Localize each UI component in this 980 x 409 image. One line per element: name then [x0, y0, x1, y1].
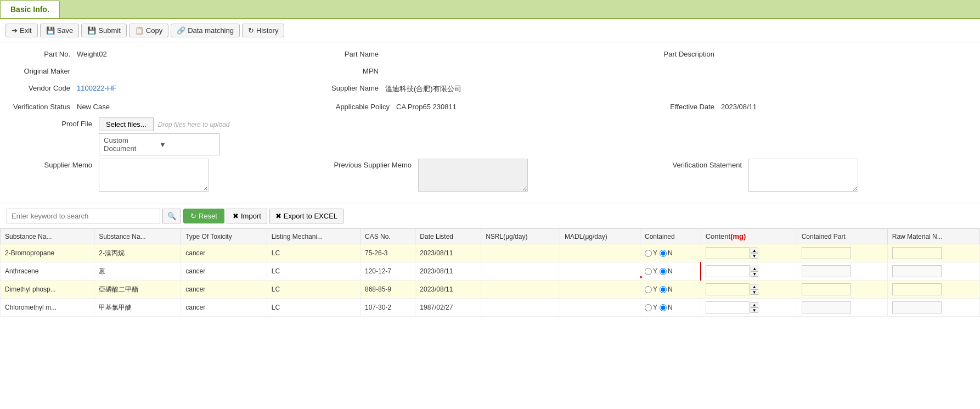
contained-radio-group: Y N: [645, 304, 696, 311]
contained-n-radio[interactable]: [660, 268, 667, 275]
reset-button[interactable]: ↻ Reset: [183, 209, 224, 223]
spinner-up-button[interactable]: ▲: [751, 284, 758, 289]
spinner-down-button[interactable]: ▼: [751, 271, 758, 277]
table-cell: 75-26-3: [361, 244, 415, 262]
search-input[interactable]: [7, 209, 160, 223]
contained-y-radio[interactable]: [645, 286, 652, 293]
contained-y-label[interactable]: Y: [645, 249, 657, 257]
spinner-up-button[interactable]: ▲: [751, 302, 758, 307]
table-cell: cancer: [181, 262, 267, 281]
contained-y-label[interactable]: Y: [645, 267, 657, 275]
verification-statement-input[interactable]: [748, 159, 858, 192]
contained-n-label[interactable]: N: [660, 267, 673, 275]
contained-y-label[interactable]: Y: [645, 285, 657, 293]
raw-material-input[interactable]: [892, 247, 942, 259]
history-button[interactable]: ↻ History: [242, 24, 284, 37]
effective-date-label: Effective Date: [650, 100, 721, 111]
col-content: Content(mg): [701, 229, 797, 244]
save-button[interactable]: 💾 Save: [40, 24, 80, 37]
contained-n-radio[interactable]: [660, 286, 667, 293]
raw-material-input[interactable]: [892, 265, 942, 277]
original-maker-label: Original Maker: [11, 65, 77, 75]
spinner-up-button[interactable]: ▲: [751, 248, 758, 253]
export-icon: ✖: [275, 212, 281, 220]
col-date-listed: Date Listed: [415, 229, 481, 244]
verification-status-row: Verification Status New Case: [11, 100, 330, 111]
verification-statement-label: Verification Statement: [650, 159, 748, 169]
exit-button[interactable]: ➔ Exit: [5, 24, 38, 37]
col-contained-part: Contained Part: [797, 229, 887, 244]
contained-y-radio[interactable]: [645, 304, 652, 311]
contained-part-cell: [797, 281, 887, 299]
col-contained: Contained: [640, 229, 701, 244]
reset-icon: ↻: [190, 212, 196, 220]
spinner-up-button[interactable]: ▲: [751, 266, 758, 271]
content-input[interactable]: [706, 283, 750, 295]
copy-button[interactable]: 📋 Copy: [129, 24, 168, 37]
table-cell: [481, 281, 560, 299]
col-listing-mechani: Listing Mechani...: [267, 229, 360, 244]
history-icon: ↻: [248, 26, 254, 35]
proof-file-area: Select files... Drop files here to uploa…: [99, 117, 229, 155]
mpn-label: MPN: [330, 65, 385, 75]
table-cell: 2023/08/11: [415, 244, 481, 262]
vendor-code-row: Vendor Code 1100222-HF: [11, 82, 330, 94]
content-input[interactable]: [706, 265, 750, 277]
table-cell: Dimethyl phosp...: [1, 281, 94, 299]
contained-part-cell: [797, 299, 887, 317]
table-cell: 蒽: [94, 262, 181, 281]
contained-y-radio[interactable]: [645, 250, 652, 257]
search-button[interactable]: 🔍: [162, 209, 181, 223]
import-button[interactable]: ✖ Import: [227, 209, 267, 223]
contained-part-input[interactable]: [802, 301, 851, 313]
table-cell: [560, 299, 640, 317]
data-matching-button[interactable]: 🔗 Data matching: [171, 24, 240, 37]
content-input[interactable]: [706, 247, 750, 259]
proof-file-label: Proof File: [11, 117, 99, 128]
col-madl: MADL(μg/day): [560, 229, 640, 244]
contained-part-input[interactable]: [802, 265, 851, 277]
part-name-row: Part Name: [330, 48, 650, 58]
table-cell: LC: [267, 299, 360, 317]
contained-n-radio[interactable]: [660, 304, 667, 311]
copy-icon: 📋: [135, 26, 144, 35]
spinner-down-button[interactable]: ▼: [751, 289, 758, 295]
supplier-memo-input[interactable]: [99, 159, 209, 192]
contained-n-label[interactable]: N: [660, 304, 673, 311]
custom-doc-select[interactable]: Custom Document ▼: [99, 133, 219, 155]
contained-y-label[interactable]: Y: [645, 304, 657, 311]
contained-n-label[interactable]: N: [660, 285, 673, 293]
table-cell: LC: [267, 262, 360, 281]
spinner-down-button[interactable]: ▼: [751, 253, 758, 259]
contained-cell: Y N: [640, 299, 701, 317]
content-cell: ▲ ▼: [701, 262, 797, 281]
raw-material-input[interactable]: [892, 301, 942, 313]
applicable-policy-label: Applicable Policy: [330, 100, 396, 111]
contained-y-radio[interactable]: [645, 268, 652, 275]
raw-material-cell: [887, 244, 979, 262]
verification-statement-row: Verification Statement: [650, 159, 969, 192]
table-row: 2-Bromopropane2-溴丙烷cancerLC75-26-32023/0…: [1, 244, 980, 262]
content-input[interactable]: [706, 301, 750, 313]
spinner-down-button[interactable]: ▼: [751, 307, 758, 313]
select-files-button[interactable]: Select files...: [99, 117, 154, 131]
tab-basic-info[interactable]: Basic Info.: [0, 0, 60, 18]
content-cell: ▲ ▼: [701, 281, 797, 299]
table-cell: 868-85-9: [361, 281, 415, 299]
prev-supplier-memo-input[interactable]: [418, 159, 528, 192]
contained-part-input[interactable]: [802, 283, 851, 295]
raw-material-cell: [887, 299, 979, 317]
table-row: Anthracene蒽cancerLC120-12-72023/08/11 Y …: [1, 262, 980, 281]
table-cell: 亞磷酸二甲酯: [94, 281, 181, 299]
contained-part-input[interactable]: [802, 247, 851, 259]
table-row: Dimethyl phosp...亞磷酸二甲酯cancerLC868-85-92…: [1, 281, 980, 299]
raw-material-input[interactable]: [892, 283, 942, 295]
mpn-row: MPN: [330, 65, 650, 75]
vendor-code-label: Vendor Code: [11, 82, 77, 92]
table-cell: 2023/08/11: [415, 281, 481, 299]
contained-n-radio[interactable]: [660, 250, 667, 257]
export-button[interactable]: ✖ Export to EXCEL: [269, 209, 343, 223]
contained-cell: Y N: [640, 281, 701, 299]
contained-n-label[interactable]: N: [660, 249, 673, 257]
submit-button[interactable]: 💾 Submit: [81, 24, 126, 37]
